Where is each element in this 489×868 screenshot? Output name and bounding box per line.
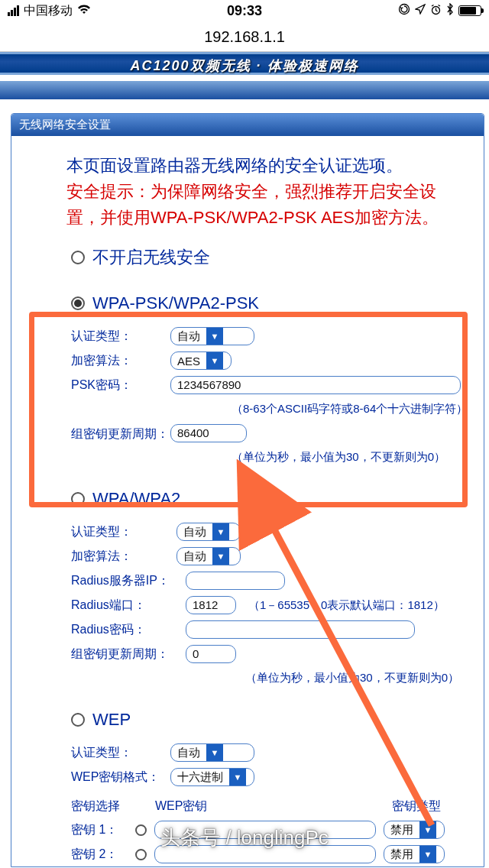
option-disable-security[interactable]: 不开启无线安全 — [11, 237, 484, 278]
radius-pwd-label: Radius密码： — [71, 622, 186, 638]
psk-password-label: PSK密码： — [71, 377, 170, 394]
radius-pwd-input[interactable] — [186, 620, 415, 639]
key1-label: 密钥 1： — [71, 822, 128, 838]
product-banner: AC1200双频无线 · 体验极速网络 — [0, 52, 489, 75]
radius-ip-label: Radius服务器IP： — [71, 573, 186, 589]
radio-icon[interactable] — [71, 713, 85, 727]
psk-password-input[interactable]: 1234567890 — [170, 376, 461, 394]
wep-key1-type-select[interactable]: 禁用▼ — [384, 821, 445, 839]
chevron-down-icon: ▼ — [212, 548, 229, 565]
group-key-hint: （单位为秒，最小值为30，不更新则为0） — [71, 445, 484, 469]
carrier-label: 中国移动 — [24, 3, 73, 19]
radius-port-input[interactable]: 1812 — [186, 596, 236, 614]
status-time: 09:33 — [227, 3, 262, 19]
encryption-select[interactable]: AES▼ — [170, 351, 232, 370]
rotation-lock-icon — [398, 3, 410, 18]
auth-type-select[interactable]: 自动▼ — [170, 743, 254, 762]
security-panel: 无线网络安全设置 本页面设置路由器无线网络的安全认证选项。 安全提示：为保障网络… — [11, 113, 484, 867]
status-bar: 中国移动 09:33 — [0, 0, 489, 21]
wpa-psk-section: 认证类型： 自动▼ 加密算法： AES▼ PSK密码： 1234567890 （… — [11, 322, 484, 475]
wpa-section: 认证类型： 自动▼ 加密算法： 自动▼ Radius服务器IP： Radius端… — [11, 518, 484, 696]
chevron-down-icon: ▼ — [206, 744, 223, 761]
wep-key2-input[interactable] — [154, 845, 376, 863]
decorative-strip — [0, 81, 489, 99]
signal-icon — [8, 5, 19, 16]
radio-icon[interactable] — [71, 251, 85, 264]
location-icon — [415, 4, 426, 18]
auth-type-select[interactable]: 自动▼ — [170, 327, 254, 345]
key2-label: 密钥 2： — [71, 847, 128, 863]
radio-icon[interactable] — [71, 492, 85, 506]
option-disable-label: 不开启无线安全 — [92, 246, 210, 269]
intro-warning: 安全提示：为保障网络安全，强烈推荐开启安全设置，并使用WPA-PSK/WPA2-… — [66, 179, 453, 231]
encryption-label: 加密算法： — [71, 549, 176, 565]
wep-format-select[interactable]: 十六进制▼ — [170, 768, 254, 786]
panel-title: 无线网络安全设置 — [11, 114, 484, 136]
intro-line1: 本页面设置路由器无线网络的安全认证选项。 — [66, 153, 453, 179]
alarm-icon — [430, 4, 442, 18]
auth-type-label: 认证类型： — [71, 524, 176, 540]
chevron-down-icon: ▼ — [419, 821, 436, 838]
wep-format-label: WEP密钥格式： — [71, 769, 170, 785]
psk-hint: （8-63个ASCII码字符或8-64个十六进制字符） — [71, 397, 484, 421]
radius-port-label: Radius端口： — [71, 598, 186, 614]
auth-type-select[interactable]: 自动▼ — [176, 523, 241, 541]
radius-port-hint: （1－65535，0表示默认端口：1812） — [248, 598, 445, 613]
col-type: 密钥类型 — [392, 798, 441, 815]
auth-type-label: 认证类型： — [71, 745, 170, 761]
group-key-input[interactable]: 86400 — [170, 424, 247, 442]
bluetooth-icon — [446, 3, 454, 18]
option-wpa-psk-label: WPA-PSK/WPA2-PSK — [92, 293, 259, 313]
option-wep[interactable]: WEP — [11, 696, 484, 739]
wep-columns-header: 密钥选择 WEP密钥 密钥类型 — [11, 795, 484, 818]
option-wep-label: WEP — [92, 710, 131, 730]
url-bar[interactable]: 192.168.1.1 — [0, 21, 489, 52]
wifi-icon — [77, 4, 91, 18]
col-key: WEP密钥 — [155, 798, 392, 815]
wep-key1-input[interactable] — [154, 821, 376, 839]
wep-key2-type-select[interactable]: 禁用▼ — [384, 845, 445, 863]
auth-type-label: 认证类型： — [71, 329, 170, 345]
wep-key-row-1: 密钥 1： 禁用▼ — [11, 818, 484, 842]
option-wpa[interactable]: WPA/WPA2 — [11, 475, 484, 518]
chevron-down-icon: ▼ — [419, 846, 436, 863]
battery-icon — [458, 5, 481, 16]
group-key-input[interactable]: 0 — [186, 645, 236, 663]
option-wpa-psk[interactable]: WPA-PSK/WPA2-PSK — [11, 278, 484, 322]
radio-icon[interactable] — [71, 296, 85, 310]
chevron-down-icon: ▼ — [206, 352, 223, 369]
radio-icon[interactable] — [135, 824, 147, 836]
col-select: 密钥选择 — [71, 798, 155, 815]
encryption-select[interactable]: 自动▼ — [176, 547, 241, 565]
chevron-down-icon: ▼ — [229, 769, 246, 785]
chevron-down-icon: ▼ — [212, 523, 229, 540]
encryption-label: 加密算法： — [71, 353, 170, 369]
intro-text: 本页面设置路由器无线网络的安全认证选项。 安全提示：为保障网络安全，强烈推荐开启… — [11, 136, 484, 237]
wep-key-row-2: 密钥 2： 禁用▼ — [11, 842, 484, 866]
chevron-down-icon: ▼ — [206, 328, 223, 345]
group-key-label: 组密钥更新周期： — [71, 426, 170, 441]
radio-icon[interactable] — [135, 849, 147, 860]
group-key-hint: （单位为秒，最小值为30，不更新则为0） — [71, 666, 484, 690]
group-key-label: 组密钥更新周期： — [71, 646, 186, 662]
option-wpa-label: WPA/WPA2 — [92, 489, 180, 509]
wep-section: 认证类型： 自动▼ WEP密钥格式： 十六进制▼ — [11, 739, 484, 795]
radius-ip-input[interactable] — [186, 572, 285, 590]
